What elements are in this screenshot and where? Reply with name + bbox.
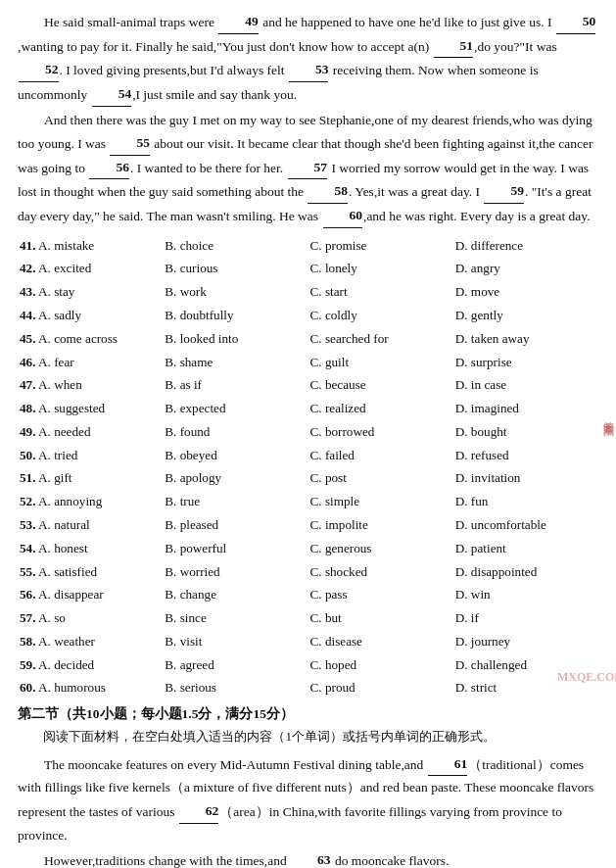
q49-C: C. borrowed [308,420,453,444]
q58-D: D. journey [453,630,598,653]
q52-D: D. fun [453,490,598,513]
blank-59: 59 [484,179,524,204]
q59-C: C. hoped [308,653,453,677]
q50-B: B. obeyed [163,444,308,467]
blank-57: 57 [288,156,328,180]
q43-A: 43. A. stay [18,280,163,304]
q52-B: B. true [163,490,308,513]
q60-A: 60. A. humorous [18,676,163,699]
blank-56: 56 [89,156,129,180]
table-row: 50. A. tried B. obeyed C. failed D. refu… [18,444,598,467]
passage1-line2: And then there was the guy I met on my w… [18,109,598,228]
table-row: 41. A. mistake B. choice C. promise D. d… [18,234,598,258]
q43-B: B. work [163,280,308,304]
q41-A: 41. A. mistake [18,234,163,258]
table-row: 58. A. weather B. visit C. disease D. jo… [18,630,598,653]
q55-A: 55. A. satisfied [18,560,163,584]
q53-A: 53. A. natural [18,513,163,537]
q47-D: D. in case [453,373,598,397]
q59-D: D. challenged [453,653,598,677]
q45-C: C. searched for [308,327,453,351]
options-table: 41. A. mistake B. choice C. promise D. d… [18,234,598,700]
q59-A: 59. A. decided [18,653,163,677]
table-row: 46. A. fear B. shame C. guilt D. surpris… [18,351,598,374]
q47-A: 47. A. when [18,373,163,397]
q57-D: D. if [453,606,598,630]
blank-63: 63 [291,848,331,868]
q44-B: B. doubtfully [163,304,308,327]
blank-58: 58 [308,179,348,204]
q56-C: C. pass [308,583,453,606]
table-row: 51. A. gift B. apology C. post D. invita… [18,466,598,490]
q51-C: C. post [308,466,453,490]
passage2-line1: The mooncake features on every Mid-Autum… [18,752,598,847]
q55-D: D. disappointed [453,560,598,584]
blank-49: 49 [218,10,259,34]
q60-D: D. strict [453,676,598,699]
q44-C: C. coldly [308,304,453,327]
q48-B: B. expected [163,397,308,420]
q58-B: B. visit [163,630,308,653]
q46-D: D. surprise [453,351,598,374]
q50-C: C. failed [308,444,453,467]
q46-C: C. guilt [308,351,453,374]
q56-D: D. win [453,583,598,606]
passage1-line1: He said small-animal traps were 49 and h… [18,10,598,107]
q55-B: B. worried [163,560,308,584]
table-row: 55. A. satisfied B. worried C. shocked D… [18,560,598,584]
q52-C: C. simple [308,490,453,513]
passage1: He said small-animal traps were 49 and h… [18,10,598,228]
q44-D: D. gently [453,304,598,327]
q53-B: B. pleased [163,513,308,537]
q60-C: C. proud [308,676,453,699]
blank-61: 61 [428,752,468,777]
blank-60: 60 [323,204,363,228]
passage2-line2: However,traditions change with the times… [18,848,598,868]
table-row: 42. A. excited B. curious C. lonely D. a… [18,257,598,280]
q55-C: C. shocked [308,560,453,584]
q42-D: D. angry [453,257,598,280]
q48-A: 48. A. suggested [18,397,163,420]
q51-D: D. invitation [453,466,598,490]
table-row: 43. A. stay B. work C. start D. move [18,280,598,304]
q48-D: D. imagined [453,397,598,420]
q57-A: 57. A. so [18,606,163,630]
table-row: 44. A. sadly B. doubtfully C. coldly D. … [18,304,598,327]
q46-A: 46. A. fear [18,351,163,374]
section2-instruction: 阅读下面材料，在空白处填入适当的内容（1个单词）或括号内单词的正确形式。 [18,726,598,747]
table-row: 57. A. so B. since C. but D. if [18,606,598,630]
blank-53: 53 [289,58,329,82]
q51-B: B. apology [163,466,308,490]
q45-D: D. taken away [453,327,598,351]
q56-A: 56. A. disappear [18,583,163,606]
blank-52: 52 [19,58,59,82]
q51-A: 51. A. gift [18,466,163,490]
q42-C: C. lonely [308,257,453,280]
q58-A: 58. A. weather [18,630,163,653]
q50-D: D. refused [453,444,598,467]
q42-A: 42. A. excited [18,257,163,280]
q56-B: B. change [163,583,308,606]
table-row: 45. A. come across B. looked into C. sea… [18,327,598,351]
q52-A: 52. A. annoying [18,490,163,513]
q41-D: D. difference [453,234,598,258]
q53-C: C. impolite [308,513,453,537]
q48-C: C. realized [308,397,453,420]
passage2: The mooncake features on every Mid-Autum… [18,752,598,868]
q49-B: B. found [163,420,308,444]
blank-55: 55 [110,131,150,156]
blank-50: 50 [556,10,596,34]
q46-B: B. shame [163,351,308,374]
section2-header: 第二节（共10小题；每小题1.5分，满分15分） [18,705,598,723]
table-row: 53. A. natural B. pleased C. impolite D.… [18,513,598,537]
q47-C: C. because [308,373,453,397]
q45-B: B. looked into [163,327,308,351]
table-row: 48. A. suggested B. expected C. realized… [18,397,598,420]
q58-C: C. disease [308,630,453,653]
table-row: 59. A. decided B. agreed C. hoped D. cha… [18,653,598,677]
q43-C: C. start [308,280,453,304]
q41-B: B. choice [163,234,308,258]
table-row: 56. A. disappear B. change C. pass D. wi… [18,583,598,606]
q41-C: C. promise [308,234,453,258]
q53-D: D. uncomfortable [453,513,598,537]
